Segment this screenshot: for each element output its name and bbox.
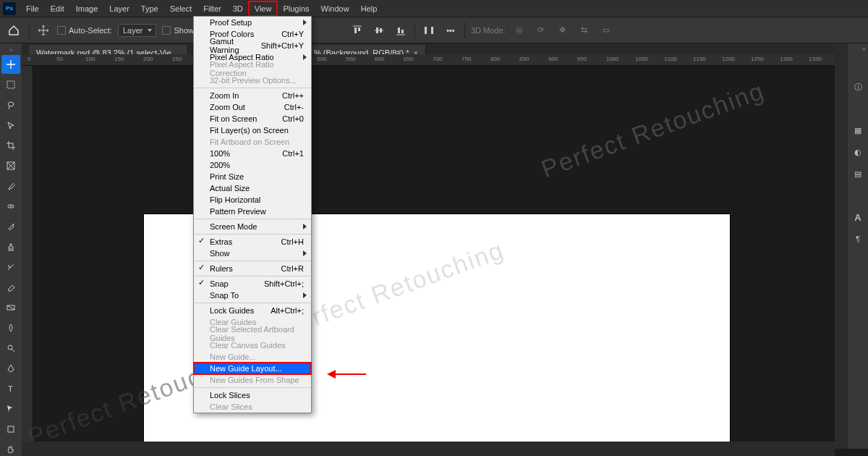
libraries-panel-icon[interactable]: ▤ <box>851 166 865 181</box>
character-panel-icon[interactable]: A <box>851 210 865 224</box>
menu-item-label: Proof Setup <box>210 18 252 27</box>
menu-item-print-size[interactable]: Print Size <box>194 171 311 182</box>
menu-item-new-guide-layout[interactable]: New Guide Layout... <box>194 363 311 374</box>
dodge-tool[interactable] <box>1 339 20 358</box>
menu-item-screen-mode[interactable]: Screen Mode <box>194 221 311 232</box>
selection-tool[interactable] <box>1 116 20 135</box>
menu-item-label: Lock Slices <box>210 391 250 400</box>
menu-image[interactable]: Image <box>70 1 104 16</box>
blur-tool[interactable] <box>1 318 20 337</box>
menu-item-snap-to[interactable]: Snap To <box>194 290 311 301</box>
menu-item-fit-artboard-on-screen: Fit Artboard on Screen <box>194 136 311 148</box>
info-panel-icon[interactable]: ⓘ <box>851 80 865 94</box>
menu-item-pattern-preview[interactable]: Pattern Preview <box>194 206 311 217</box>
marquee-tool[interactable] <box>1 75 20 94</box>
menu-layer[interactable]: Layer <box>103 1 135 16</box>
menu-item-200[interactable]: 200% <box>194 159 311 171</box>
menu-item-label: Flip Horizontal <box>210 195 260 204</box>
stamp-tool[interactable] <box>1 237 20 256</box>
menu-item-lock-slices[interactable]: Lock Slices <box>194 389 311 401</box>
align-middle-icon[interactable] <box>371 22 387 38</box>
menu-item-label: Zoom Out <box>210 103 245 111</box>
menu-item-proof-setup[interactable]: Proof Setup <box>194 17 311 28</box>
ruler-tick: 700 <box>433 56 442 62</box>
frame-tool[interactable] <box>1 156 20 175</box>
eraser-tool[interactable] <box>1 278 20 297</box>
3d-mode-label: 3D Mode: <box>471 26 506 35</box>
menu-filter[interactable]: Filter <box>197 1 226 16</box>
menu-item-label: Print Size <box>210 172 244 181</box>
menu-item-actual-size[interactable]: Actual Size <box>194 182 311 194</box>
menu-item-snap[interactable]: SnapShift+Ctrl+; <box>194 278 311 290</box>
lasso-tool[interactable] <box>1 96 20 114</box>
menu-item-rulers[interactable]: RulersCtrl+R <box>194 263 311 274</box>
adjustments-panel-icon[interactable]: ◐ <box>851 145 865 159</box>
move-tool[interactable] <box>1 55 20 74</box>
eyedropper-tool[interactable] <box>1 177 20 195</box>
shape-tool[interactable] <box>1 420 20 439</box>
menu-item-pixel-aspect-ratio-correction: Pixel Aspect Ratio Correction <box>194 63 311 75</box>
panel-expand-icon[interactable]: « <box>862 46 866 53</box>
paragraph-panel-icon[interactable]: ¶ <box>851 232 865 246</box>
path-tool[interactable] <box>1 400 20 418</box>
layer-dropdown[interactable]: Layer <box>118 24 157 37</box>
menu-help[interactable]: Help <box>355 1 383 16</box>
menu-shortcut: Ctrl+0 <box>282 114 304 123</box>
hand-tool[interactable] <box>1 440 20 456</box>
menu-shortcut: Shift+Ctrl+; <box>264 279 304 288</box>
menu-item-fit-on-screen[interactable]: Fit on ScreenCtrl+0 <box>194 113 311 124</box>
menu-edit[interactable]: Edit <box>45 1 70 16</box>
3d-pan-icon[interactable]: ✥ <box>555 22 571 38</box>
menu-item-flip-horizontal[interactable]: Flip Horizontal <box>194 194 311 206</box>
3d-zoom-icon[interactable]: ▭ <box>598 22 614 38</box>
menu-plugins[interactable]: Plugins <box>277 1 315 16</box>
align-bottom-icon[interactable] <box>393 22 409 38</box>
menu-separator <box>194 234 311 235</box>
3d-slide-icon[interactable]: ⇆ <box>576 22 592 38</box>
toolbar-chevron-icon[interactable]: » <box>9 46 12 54</box>
menu-item-gamut-warning[interactable]: Gamut WarningShift+Ctrl+Y <box>194 40 311 51</box>
ruler-tick: 500 <box>317 56 326 62</box>
pen-tool[interactable] <box>1 359 20 378</box>
3d-orbit-icon[interactable]: ◎ <box>511 22 527 38</box>
menu-select[interactable]: Select <box>164 1 198 16</box>
type-tool[interactable]: T <box>1 379 20 398</box>
menu-item-label: Zoom In <box>210 91 239 100</box>
menu-item-extras[interactable]: ExtrasCtrl+H <box>194 236 311 248</box>
menu-item-lock-guides[interactable]: Lock GuidesAlt+Ctrl+; <box>194 305 311 316</box>
svg-line-20 <box>12 349 14 352</box>
menu-item-show[interactable]: Show <box>194 248 311 259</box>
menu-window[interactable]: Window <box>315 1 355 16</box>
gradient-tool[interactable] <box>1 298 20 317</box>
view-menu-dropdown: Proof SetupProof ColorsCtrl+YGamut Warni… <box>193 16 312 413</box>
auto-select-checkbox[interactable]: Auto-Select: <box>57 26 112 35</box>
ruler-vertical[interactable] <box>22 66 33 442</box>
heal-tool[interactable] <box>1 197 20 216</box>
menu-file[interactable]: File <box>20 1 45 16</box>
menu-item-zoom-in[interactable]: Zoom InCtrl++ <box>194 90 311 101</box>
more-icon[interactable]: ••• <box>443 22 459 38</box>
ruler-horizontal[interactable]: 0501001502002503003504004505005506006507… <box>22 54 835 66</box>
3d-roll-icon[interactable]: ⟳ <box>533 22 549 38</box>
menu-item-label: Pattern Preview <box>210 207 266 216</box>
menu-item-label: Show <box>210 249 230 258</box>
ruler-tick: 1100 <box>664 56 677 62</box>
home-icon[interactable] <box>4 21 23 40</box>
history-brush-tool[interactable] <box>1 258 20 276</box>
distribute-icon[interactable] <box>421 22 437 38</box>
menu-item-fit-layer-s-on-screen[interactable]: Fit Layer(s) on Screen <box>194 124 311 136</box>
menu-type[interactable]: Type <box>135 1 164 16</box>
menu-item-zoom-out[interactable]: Zoom OutCtrl+- <box>194 101 311 113</box>
brush-tool[interactable] <box>1 217 20 236</box>
align-top-icon[interactable] <box>349 22 365 38</box>
crop-tool[interactable] <box>1 136 20 155</box>
menu-view[interactable]: View <box>249 1 278 16</box>
ruler-tick: 1200 <box>722 56 735 62</box>
menu-shortcut: Ctrl+H <box>281 237 304 246</box>
menu-item-100[interactable]: 100%Ctrl+1 <box>194 148 311 159</box>
ruler-tick: 1050 <box>635 56 648 62</box>
menu-item-label: Fit on Screen <box>210 114 257 123</box>
menu-item-label: 100% <box>210 149 230 158</box>
properties-panel-icon[interactable]: ▦ <box>851 123 865 138</box>
menu-3d[interactable]: 3D <box>227 1 249 16</box>
